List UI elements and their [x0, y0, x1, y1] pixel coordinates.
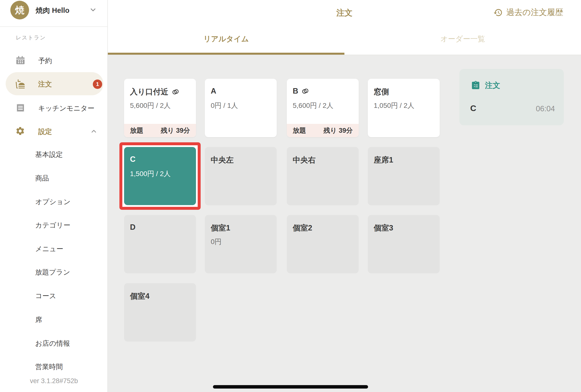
sidebar-subitem-business-hours[interactable]: 営業時間 — [35, 362, 63, 372]
table-card-window-side[interactable]: 窓側 1,050円 / 2人 — [368, 79, 440, 137]
order-elapsed-time: 06:04 — [536, 104, 555, 113]
table-name: 個室4 — [130, 291, 149, 302]
plan-remaining: 残り 39分 — [324, 126, 353, 135]
table-card-center-right[interactable]: 中央右 — [287, 147, 359, 205]
link-icon — [301, 87, 309, 95]
table-name: 中央左 — [211, 155, 234, 165]
table-name: C — [130, 155, 135, 164]
table-amount: 5,600円 / 2人 — [293, 101, 333, 110]
past-order-history-button[interactable]: 過去の注文履歴 — [493, 7, 563, 18]
sidebar-subitem-menu[interactable]: メニュー — [35, 244, 63, 254]
fastfood-icon — [15, 79, 25, 89]
table-amount: 1,050円 / 2人 — [374, 101, 414, 110]
app-version: ver 3.1.28#752b — [0, 377, 108, 385]
table-name: 個室1 — [211, 223, 230, 233]
sidebar: 焼 焼肉 Hello レストラン 予約 注文 1 — [0, 0, 108, 392]
sidebar-section-label: レストラン — [16, 34, 46, 41]
active-tab-underline — [108, 53, 344, 55]
table-name: 入り口付近 — [130, 87, 168, 97]
table-card-center-left[interactable]: 中央左 — [205, 147, 277, 205]
sidebar-item-orders-label: 注文 — [38, 80, 52, 89]
table-amount: 5,600円 / 2人 — [130, 101, 171, 110]
sidebar-subitem-basic-settings[interactable]: 基本設定 — [35, 150, 63, 160]
table-card-private-room3[interactable]: 個室3 — [368, 215, 440, 273]
table-card-entrance[interactable]: 入り口付近 5,600円 / 2人 放題 残り 39分 — [124, 79, 196, 137]
sidebar-subitem-options[interactable]: オプション — [35, 197, 70, 207]
sidebar-subitem-course[interactable]: コース — [35, 291, 56, 301]
table-card-b[interactable]: B 5,600円 / 2人 放題 残り 39分 — [287, 79, 359, 137]
gear-icon — [15, 126, 25, 136]
table-name: 個室3 — [374, 223, 393, 233]
table-name: A — [211, 87, 216, 96]
table-name: 座席1 — [374, 155, 393, 165]
table-card-private-room1[interactable]: 個室1 0円 — [205, 215, 277, 273]
table-card-d[interactable]: D — [124, 215, 196, 273]
sidebar-subitem-seats[interactable]: 席 — [35, 315, 42, 325]
plan-footer: 放題 残り 39分 — [287, 124, 359, 137]
restaurant-logo: 焼 — [10, 1, 29, 20]
clipboard-icon — [471, 80, 481, 90]
calendar-icon — [16, 56, 25, 65]
divider — [0, 26, 107, 27]
table-card-private-room2[interactable]: 個室2 — [287, 215, 359, 273]
sidebar-subitem-products[interactable]: 商品 — [35, 173, 49, 183]
horizontal-scrollbar[interactable] — [213, 385, 368, 388]
tab-order-list[interactable]: オーダー一覧 — [344, 34, 581, 44]
sidebar-subitem-all-you-can-eat-plan[interactable]: 放題プラン — [35, 268, 70, 277]
selection-highlight-box: C 1,500円 / 2人 — [119, 142, 201, 210]
table-grid: 入り口付近 5,600円 / 2人 放題 残り 39分 A 0円 / 1人 B … — [108, 55, 581, 392]
table-card-private-room4[interactable]: 個室4 — [124, 283, 196, 342]
plan-remaining: 残り 39分 — [161, 126, 190, 135]
plan-label: 放題 — [293, 126, 306, 135]
history-icon — [493, 8, 503, 17]
table-amount: 0円 / 1人 — [211, 101, 238, 110]
sidebar-subitem-store-info[interactable]: お店の情報 — [35, 338, 70, 348]
app-window: { "sidebar": { "logo_char": "焼", "restau… — [0, 0, 581, 392]
table-name: 窓側 — [374, 87, 389, 97]
order-table-name: C — [470, 104, 476, 113]
order-panel-label: 注文 — [485, 80, 500, 90]
table-name: 中央右 — [293, 155, 316, 165]
table-amount: 0円 — [211, 237, 222, 246]
restaurant-name: 焼肉 Hello — [36, 6, 69, 16]
table-card-c[interactable]: C 1,500円 / 2人 — [124, 147, 196, 205]
chevron-down-icon[interactable] — [89, 6, 97, 14]
sidebar-item-settings-label: 設定 — [38, 127, 52, 136]
sidebar-subitem-categories[interactable]: カテゴリー — [35, 220, 70, 230]
tab-realtime[interactable]: リアルタイム — [108, 34, 344, 44]
chevron-up-icon — [90, 128, 97, 135]
sidebar-item-reservations-label: 予約 — [38, 56, 52, 66]
header: 注文 過去の注文履歴 リアルタイム オーダー一覧 — [108, 0, 581, 55]
table-amount: 1,500円 / 2人 — [130, 169, 171, 178]
sidebar-item-kitchen-monitor-label: キッチンモニター — [38, 104, 94, 113]
table-name: 個室2 — [293, 223, 312, 233]
table-card-seat1[interactable]: 座席1 — [368, 147, 440, 205]
orders-notification-badge: 1 — [93, 80, 102, 89]
receipt-icon — [16, 103, 25, 112]
plan-label: 放題 — [130, 126, 143, 135]
link-icon — [171, 88, 180, 96]
past-order-history-label: 過去の注文履歴 — [506, 7, 563, 18]
table-name: D — [130, 223, 135, 232]
plan-footer: 放題 残り 39分 — [124, 124, 196, 137]
table-card-a[interactable]: A 0円 / 1人 — [205, 79, 277, 137]
table-name: B — [293, 87, 298, 96]
order-summary-card[interactable]: 注文 C 06:04 — [459, 69, 564, 125]
